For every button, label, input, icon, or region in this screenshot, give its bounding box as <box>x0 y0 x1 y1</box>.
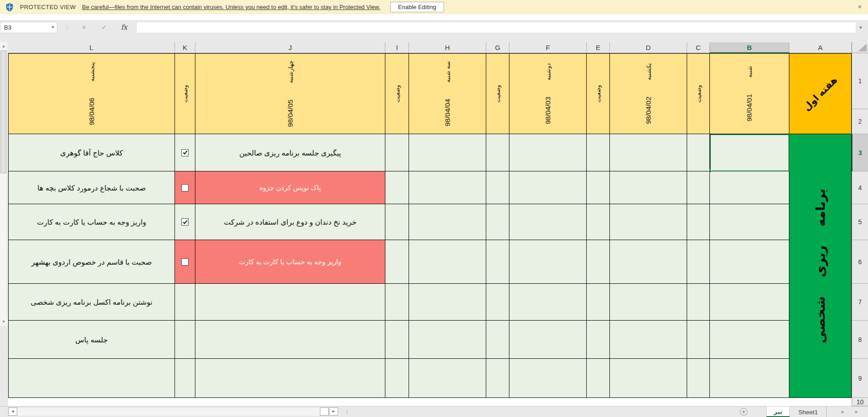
cell-K3[interactable] <box>175 134 195 171</box>
cell-H5[interactable] <box>409 204 486 240</box>
column-header-D[interactable]: D <box>610 42 687 53</box>
tab-nav-left-icon[interactable]: ◄ <box>840 409 844 414</box>
cell-K1[interactable]: وضعیت <box>175 53 195 134</box>
row-header-5[interactable]: 5 <box>852 204 868 240</box>
scroll-up-icon[interactable]: ▲ <box>0 42 7 50</box>
chevron-down-icon[interactable]: ▾ <box>51 24 54 30</box>
cell-C3[interactable] <box>687 134 710 171</box>
vertical-scrollbar[interactable]: ▲ ▼ <box>0 42 7 326</box>
cell-E5[interactable] <box>587 204 610 240</box>
column-header-A[interactable]: A <box>789 42 852 53</box>
cell-A1[interactable]: هفته اول <box>789 53 852 134</box>
cell-D6[interactable] <box>610 240 687 284</box>
formula-bar-expand-icon[interactable]: ▾ <box>859 25 862 30</box>
cancel-icon[interactable]: × <box>82 24 86 31</box>
cell-J5[interactable]: خرید نخ دندان و دوع برای استفاده در شرکت <box>195 204 385 240</box>
cell-H4[interactable] <box>409 171 486 204</box>
cell-E8[interactable] <box>587 321 610 359</box>
row-header-4[interactable]: 4 <box>852 171 868 204</box>
cell-F9[interactable] <box>509 359 587 398</box>
cell-E4[interactable] <box>587 171 610 204</box>
column-header-C[interactable]: C <box>687 42 710 53</box>
cell-C1[interactable]: وضعیت <box>687 53 710 134</box>
cell-L3[interactable]: کلاس حاج آقا گوهری <box>8 134 175 171</box>
cell-I9[interactable] <box>385 359 409 398</box>
cell-G3[interactable] <box>486 134 509 171</box>
column-header-I[interactable]: I <box>385 42 409 53</box>
column-header-L[interactable]: L <box>8 42 175 53</box>
cell-L4[interactable]: صحبت با شجاع درمورد کلاس بچه ها <box>8 171 175 204</box>
cell-I8[interactable] <box>385 321 409 359</box>
cell-J6[interactable]: واریز وجه به حساب یا کارت به کارت <box>195 240 385 284</box>
close-icon[interactable]: × <box>858 3 862 10</box>
cell-G6[interactable] <box>486 240 509 284</box>
cell-H6[interactable] <box>409 240 486 284</box>
cell-J3[interactable]: پیگیری جلسه برنامه ریزی صالحین <box>195 134 385 171</box>
cell-D8[interactable] <box>610 321 687 359</box>
checkbox-K6[interactable] <box>181 258 189 266</box>
column-header-G[interactable]: G <box>486 42 509 53</box>
cell-C5[interactable] <box>687 204 710 240</box>
cell-I4[interactable] <box>385 171 409 204</box>
cell-H1[interactable]: سه شنبه98/04/04 <box>409 53 486 134</box>
cell-H3[interactable] <box>409 134 486 171</box>
cell-I6[interactable] <box>385 240 409 284</box>
cell-B4[interactable] <box>710 171 789 204</box>
column-header-E[interactable]: E <box>587 42 610 53</box>
column-header-B[interactable]: B <box>710 42 789 53</box>
row-header-3[interactable]: 3 <box>852 134 868 171</box>
cell-G1[interactable]: وضعیت <box>486 53 509 134</box>
cell-K4[interactable] <box>175 171 195 204</box>
horizontal-scrollbar-thumb[interactable] <box>320 407 329 416</box>
row-header-1[interactable]: 1 <box>852 53 868 109</box>
cell-B1[interactable]: شنبه98/04/01 <box>710 53 789 134</box>
cell-F3[interactable] <box>509 134 587 171</box>
confirm-icon[interactable]: ✓ <box>101 24 107 31</box>
cell-K9[interactable] <box>175 359 195 398</box>
cell-D7[interactable] <box>610 284 687 321</box>
cell-G7[interactable] <box>486 284 509 321</box>
cell-B8[interactable] <box>710 321 789 359</box>
cell-D3[interactable] <box>610 134 687 171</box>
row-header-8[interactable]: 8 <box>852 321 868 359</box>
select-all-corner[interactable] <box>852 42 868 53</box>
enable-editing-button[interactable]: Enable Editing <box>390 2 444 12</box>
cell-C6[interactable] <box>687 240 710 284</box>
cell-F6[interactable] <box>509 240 587 284</box>
cell-K8[interactable] <box>175 321 195 359</box>
cell-G5[interactable] <box>486 204 509 240</box>
cell-I5[interactable] <box>385 204 409 240</box>
cell-F4[interactable] <box>509 171 587 204</box>
sheet-tab-tir[interactable]: تیر <box>766 407 790 417</box>
column-header-J[interactable]: J <box>195 42 385 53</box>
row-header-2[interactable]: 2 <box>852 109 868 134</box>
cell-C8[interactable] <box>687 321 710 359</box>
cell-G4[interactable] <box>486 171 509 204</box>
cell-F7[interactable] <box>509 284 587 321</box>
cell-B9[interactable] <box>710 359 789 398</box>
cell-H7[interactable] <box>409 284 486 321</box>
cell-E7[interactable] <box>587 284 610 321</box>
scroll-left-icon[interactable]: ◄ <box>8 407 17 416</box>
cell-I3[interactable] <box>385 134 409 171</box>
cell-E6[interactable] <box>587 240 610 284</box>
cell-F1[interactable]: دوشنبه98/04/03 <box>509 53 587 134</box>
checkbox-K4[interactable] <box>181 184 189 191</box>
cell-L1[interactable]: پنجشنبه98/04/06 <box>8 53 175 134</box>
cell-J4[interactable]: پاک نویس کردن جزوه <box>195 171 385 204</box>
cell-B6[interactable] <box>710 240 789 284</box>
cell-I1[interactable]: وضعیت <box>385 53 409 134</box>
cell-G8[interactable] <box>486 321 509 359</box>
row-header-6[interactable]: 6 <box>852 240 868 284</box>
cell-L6[interactable]: صحبت با قاسم در خصوص اردوی بهشهر <box>8 240 175 284</box>
cell-J8[interactable] <box>195 321 385 359</box>
cell-C4[interactable] <box>687 171 710 204</box>
cell-K5[interactable] <box>175 204 195 240</box>
new-sheet-button[interactable]: + <box>740 408 748 416</box>
cell-C9[interactable] <box>687 359 710 398</box>
cell-C7[interactable] <box>687 284 710 321</box>
column-header-K[interactable]: K <box>175 42 195 53</box>
cell-E1[interactable]: وضعیت <box>587 53 610 134</box>
cell-J1[interactable]: چهارشنبه98/04/05 <box>195 53 385 134</box>
row-header-9[interactable]: 9 <box>852 359 868 398</box>
